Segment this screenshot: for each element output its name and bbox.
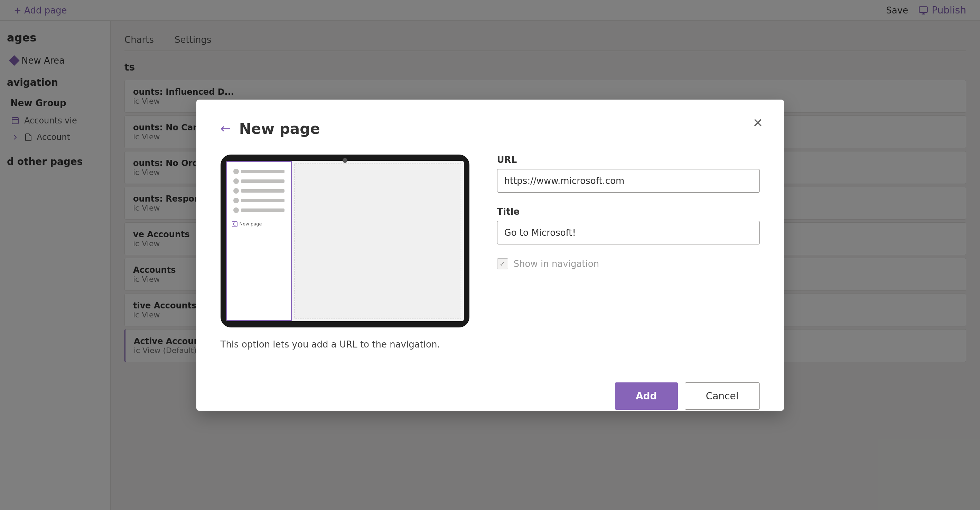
- tablet-sidebar: New page: [226, 161, 292, 321]
- cancel-button[interactable]: Cancel: [685, 382, 760, 410]
- modal-body: New page This option lets you add a URL …: [221, 155, 760, 351]
- tablet-content-area: [294, 164, 461, 319]
- tablet-preview: New page: [221, 155, 469, 327]
- tablet-new-page-item: New page: [231, 219, 287, 229]
- title-label: Title: [497, 206, 760, 217]
- tablet-nav-lines: [231, 165, 287, 217]
- title-input[interactable]: [497, 221, 760, 244]
- tablet-nav-bar: [241, 189, 285, 193]
- tablet-nav-line: [233, 198, 285, 203]
- tablet-nav-dot: [233, 198, 239, 203]
- show-in-nav-checkbox[interactable]: ✓: [497, 258, 508, 269]
- tablet-nav-bar: [241, 170, 285, 173]
- tablet-screen: New page: [226, 161, 464, 321]
- modal-header: ← New page: [221, 120, 760, 137]
- modal-preview-section: New page This option lets you add a URL …: [221, 155, 469, 351]
- tablet-new-page-text: New page: [240, 221, 262, 226]
- tablet-nav-bar: [241, 199, 285, 202]
- tablet-nav-line: [233, 207, 285, 213]
- modal-footer: Add Cancel: [221, 372, 760, 410]
- modal-description: This option lets you add a URL to the na…: [221, 338, 469, 351]
- title-form-group: Title: [497, 206, 760, 244]
- modal-form-section: URL Title ✓ Show in navigation: [497, 155, 760, 351]
- tablet-nav-dot: [233, 169, 239, 174]
- tablet-nav-bar: [241, 179, 285, 183]
- tablet-refresh-icon: [233, 222, 237, 226]
- show-in-nav-group: ✓ Show in navigation: [497, 258, 760, 269]
- url-form-group: URL: [497, 155, 760, 193]
- tablet-nav-dot: [233, 178, 239, 184]
- show-in-nav-label: Show in navigation: [514, 259, 600, 269]
- modal-back-button[interactable]: ←: [221, 123, 231, 135]
- modal-close-button[interactable]: ✕: [752, 117, 763, 129]
- tablet-nav-bar: [241, 209, 285, 212]
- tablet-nav-dot: [233, 188, 239, 194]
- tablet-camera: [342, 158, 347, 163]
- add-button[interactable]: Add: [615, 382, 678, 410]
- tablet-nav-line: [233, 188, 285, 194]
- tablet-nav-line: [233, 169, 285, 174]
- url-label: URL: [497, 155, 760, 165]
- url-input[interactable]: [497, 169, 760, 193]
- checkbox-check-icon: ✓: [500, 260, 505, 268]
- modal-title: New page: [239, 120, 320, 137]
- tablet-nav-dot: [233, 207, 239, 213]
- tablet-nav-line: [233, 178, 285, 184]
- modal-dialog: ← New page ✕: [196, 100, 784, 411]
- modal-overlay: ← New page ✕: [0, 0, 980, 510]
- tablet-new-page-icon: [232, 221, 237, 227]
